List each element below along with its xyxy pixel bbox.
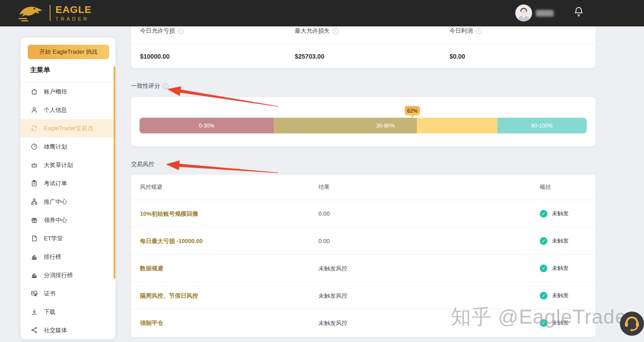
notification-bell-icon[interactable] [573, 6, 584, 17]
gift-icon [30, 216, 38, 224]
stat-label: 今日允许亏损 [140, 27, 175, 35]
stat-value: $25703.00 [295, 53, 324, 60]
gauge-icon [30, 143, 38, 150]
red-arrow-risk [166, 160, 278, 173]
headset-icon [619, 311, 644, 337]
rule-status: ✓未触发 [540, 319, 596, 327]
info-icon[interactable]: i [163, 83, 169, 89]
brand-name: EAGLE [55, 5, 92, 15]
bar-chart-icon [30, 253, 38, 261]
stat-value-cell: $25703.00 [286, 53, 441, 60]
clipboard-icon [30, 180, 38, 187]
sidebar-item-9[interactable]: ET学堂 [21, 229, 115, 248]
score-segment-fill [274, 118, 417, 133]
sidebar-item-label: ET学堂 [44, 235, 63, 243]
risk-table-row: 每日最大亏损 -10000.000.00✓未触发 [131, 227, 596, 255]
sidebar-item-14[interactable]: 社交媒体 [21, 321, 115, 339]
sidebar-item-label: 排行榜 [44, 253, 61, 261]
start-challenge-button[interactable]: 开始 EagleTrader 挑战 [28, 45, 109, 59]
check-circle-icon: ✓ [540, 292, 547, 299]
risk-table-row: 强制平仓未触发风控✓未触发 [131, 309, 596, 337]
rule-result: 0.00 [318, 238, 330, 244]
rule-result: 未触发风控 [318, 292, 347, 299]
consistency-section-label: 一致性评分 i [131, 82, 169, 90]
brand-divider [50, 5, 51, 21]
sidebar-item-5[interactable]: 大奖章计划 [21, 156, 115, 174]
info-icon[interactable]: i [333, 28, 339, 34]
score-segment-label: 0-30% [199, 118, 215, 133]
rule-status: ✓未触发 [540, 265, 596, 272]
stat-label-cell: 今日利润i [441, 27, 595, 35]
person-icon [30, 106, 38, 114]
sidebar: 开始 EagleTrader 挑战 主菜单 账户概括个人信息EagleTrade… [21, 38, 115, 339]
score-tooltip: 62% [405, 106, 420, 115]
rule-result: 0.00 [318, 210, 330, 217]
score-segment-label: 30-80% [376, 118, 394, 133]
topbar: EAGLE TRADER [0, 0, 644, 26]
stats-value-row: $10000.00$25703.00$0.00 [131, 44, 596, 68]
avatar[interactable] [515, 4, 532, 21]
status-text: 未触发 [552, 265, 569, 272]
check-circle-icon: ✓ [540, 210, 547, 218]
sidebar-item-2[interactable]: 个人信息 [21, 101, 115, 119]
check-circle-icon: ✓ [540, 319, 547, 327]
sidebar-item-13[interactable]: 下载 [21, 303, 115, 321]
info-icon[interactable]: i [476, 28, 482, 34]
sidebar-item-label: EagleTrader交易员 [44, 124, 93, 133]
eagle-logo-icon [17, 3, 45, 23]
crown-icon [30, 161, 38, 169]
brand-subtitle: TRADER [55, 17, 92, 21]
risk-header-1: 风控规避 [131, 184, 318, 191]
user-menu[interactable] [515, 4, 554, 21]
rule-status: ✓未触发 [540, 237, 596, 245]
sidebar-item-3[interactable]: EagleTrader交易员 [21, 119, 115, 137]
page: EAGLE TRADER 开始 Eagl [0, 0, 644, 342]
sidebar-item-label: 社交媒体 [44, 326, 67, 334]
sidebar-item-label: 证书 [44, 290, 55, 298]
home-icon [30, 88, 38, 95]
stat-label: 今日利润 [449, 27, 473, 35]
brand[interactable]: EAGLE TRADER [17, 3, 92, 23]
sync-icon [30, 124, 38, 132]
sidebar-item-11[interactable]: 分润排行榜 [21, 266, 115, 284]
status-text: 未触发 [552, 292, 569, 299]
rule-status: ✓未触发 [540, 292, 596, 299]
user-name-redacted [536, 10, 554, 17]
sidebar-item-4[interactable]: 雄鹰计划 [21, 137, 115, 156]
check-circle-icon: ✓ [540, 237, 547, 245]
risk-table-row: 10%初始账号规模回撤0.00✓未触发 [131, 200, 596, 227]
stat-label-cell: 最大允许损失i [286, 27, 441, 35]
risk-table-row: 数据规避未触发风控✓未触发 [131, 255, 596, 282]
sidebar-item-12[interactable]: 证书 [21, 284, 115, 303]
sidebar-scrollbar[interactable] [114, 66, 115, 279]
tooltip-pointer [410, 115, 415, 118]
status-text: 未触发 [552, 319, 569, 327]
share-icon [30, 326, 38, 334]
support-chat-button[interactable] [619, 311, 644, 337]
risk-table-row: 隔周风控、节假日风控未触发风控✓未触发 [131, 282, 596, 309]
rule-status: ✓未触发 [540, 210, 596, 218]
sidebar-item-7[interactable]: 推广中心 [21, 192, 115, 211]
network-icon [30, 198, 38, 205]
sidebar-item-1[interactable]: 账户概括 [21, 82, 115, 101]
status-text: 未触发 [552, 237, 569, 245]
stat-value: $0.00 [449, 53, 465, 60]
sidebar-item-8[interactable]: 领券中心 [21, 211, 115, 229]
status-text: 未触发 [552, 210, 569, 218]
book-icon [30, 235, 38, 242]
stat-value: $10000.00 [140, 53, 169, 60]
sidebar-item-6[interactable]: 考试订单 [21, 174, 115, 192]
sidebar-item-10[interactable]: 排行榜 [21, 248, 115, 266]
rule-result: 未触发风控 [318, 320, 347, 326]
sidebar-menu: 账户概括个人信息EagleTrader交易员雄鹰计划大奖章计划考试订单推广中心领… [21, 82, 115, 339]
rule-result: 未触发风控 [318, 265, 347, 272]
sidebar-item-label: 大奖章计划 [44, 161, 73, 169]
stat-label-cell: 今日允许亏损i [131, 27, 286, 35]
check-circle-icon: ✓ [540, 265, 547, 272]
sidebar-item-label: 分润排行榜 [44, 271, 73, 279]
risk-table-header: 风控规避结果概括 [131, 175, 596, 200]
bar-chart-icon [30, 271, 38, 279]
info-icon[interactable]: i [178, 28, 184, 34]
risk-header-3: 概括 [540, 184, 596, 191]
menu-section-title: 主菜单 [30, 66, 50, 74]
